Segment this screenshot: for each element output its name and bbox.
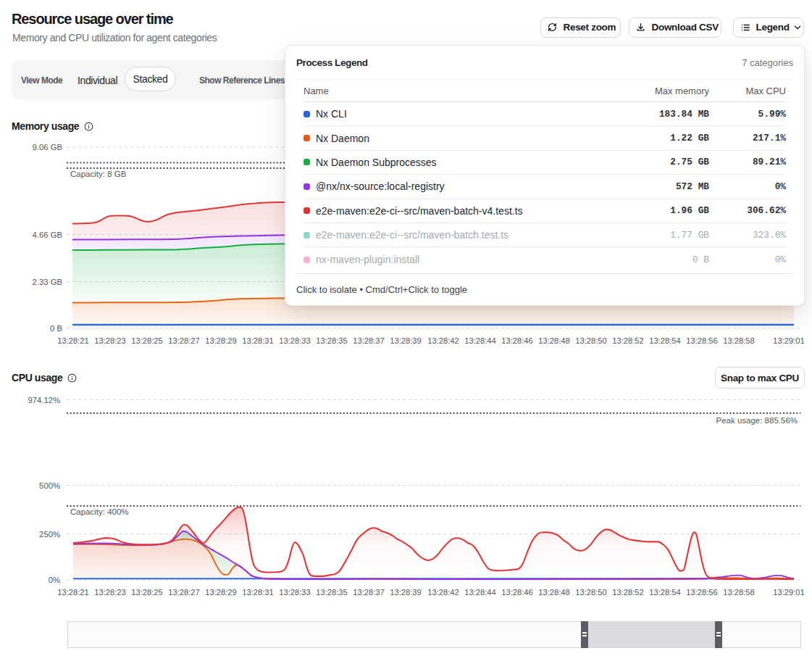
svg-text:13:28:27: 13:28:27 — [168, 588, 200, 597]
svg-text:250%: 250% — [39, 530, 60, 539]
svg-text:13:28:52: 13:28:52 — [612, 588, 644, 597]
svg-text:13:28:44: 13:28:44 — [464, 588, 496, 597]
svg-text:13:28:25: 13:28:25 — [131, 336, 163, 345]
svg-text:13:28:50: 13:28:50 — [575, 336, 607, 345]
svg-text:13:28:50: 13:28:50 — [575, 588, 607, 597]
svg-text:9.06 GB: 9.06 GB — [33, 143, 62, 152]
svg-text:13:28:23: 13:28:23 — [94, 588, 126, 597]
svg-text:13:28:46: 13:28:46 — [501, 588, 533, 597]
svg-text:13:28:44: 13:28:44 — [464, 336, 496, 345]
svg-text:0 B: 0 B — [50, 324, 62, 333]
svg-text:13:28:39: 13:28:39 — [390, 336, 422, 345]
svg-text:2.33 GB: 2.33 GB — [33, 278, 62, 286]
svg-text:Peak usage: 885.56%: Peak usage: 885.56% — [716, 416, 798, 425]
svg-text:13:28:33: 13:28:33 — [279, 336, 311, 345]
svg-text:13:28:25: 13:28:25 — [131, 588, 163, 597]
svg-text:0%: 0% — [49, 576, 60, 584]
svg-text:500%: 500% — [39, 481, 60, 490]
svg-text:13:28:31: 13:28:31 — [242, 588, 274, 597]
svg-text:13:28:52: 13:28:52 — [612, 336, 644, 345]
svg-text:974.12%: 974.12% — [28, 396, 60, 404]
svg-text:13:28:54: 13:28:54 — [649, 336, 681, 345]
svg-text:13:29:01: 13:29:01 — [773, 588, 805, 597]
svg-text:13:29:01: 13:29:01 — [773, 336, 805, 345]
svg-text:13:28:48: 13:28:48 — [538, 588, 570, 597]
svg-text:13:28:56: 13:28:56 — [686, 336, 718, 345]
svg-text:13:28:37: 13:28:37 — [353, 336, 385, 345]
svg-text:13:28:35: 13:28:35 — [316, 336, 348, 345]
svg-text:4.66 GB: 4.66 GB — [33, 231, 62, 239]
svg-text:13:28:29: 13:28:29 — [205, 336, 237, 345]
svg-text:13:28:56: 13:28:56 — [686, 588, 718, 597]
svg-text:13:28:21: 13:28:21 — [57, 588, 89, 597]
svg-text:13:28:29: 13:28:29 — [205, 588, 237, 597]
svg-text:13:28:35: 13:28:35 — [316, 588, 348, 597]
svg-text:13:28:39: 13:28:39 — [390, 588, 422, 597]
svg-text:13:28:46: 13:28:46 — [501, 336, 533, 345]
svg-text:13:28:42: 13:28:42 — [427, 336, 459, 345]
svg-text:13:28:58: 13:28:58 — [723, 588, 755, 597]
svg-text:Capacity: 400%: Capacity: 400% — [70, 507, 129, 516]
svg-text:13:28:33: 13:28:33 — [279, 588, 311, 597]
svg-text:Capacity: 8 GB: Capacity: 8 GB — [70, 170, 127, 178]
svg-text:13:28:27: 13:28:27 — [168, 336, 200, 345]
svg-text:13:28:31: 13:28:31 — [242, 336, 274, 345]
svg-text:13:28:48: 13:28:48 — [538, 336, 570, 345]
svg-text:13:28:58: 13:28:58 — [723, 336, 755, 345]
svg-text:13:28:23: 13:28:23 — [94, 336, 126, 345]
svg-text:13:28:42: 13:28:42 — [427, 588, 459, 597]
svg-text:13:28:54: 13:28:54 — [649, 588, 681, 597]
svg-text:13:28:21: 13:28:21 — [57, 336, 89, 345]
svg-text:13:28:37: 13:28:37 — [353, 588, 385, 597]
